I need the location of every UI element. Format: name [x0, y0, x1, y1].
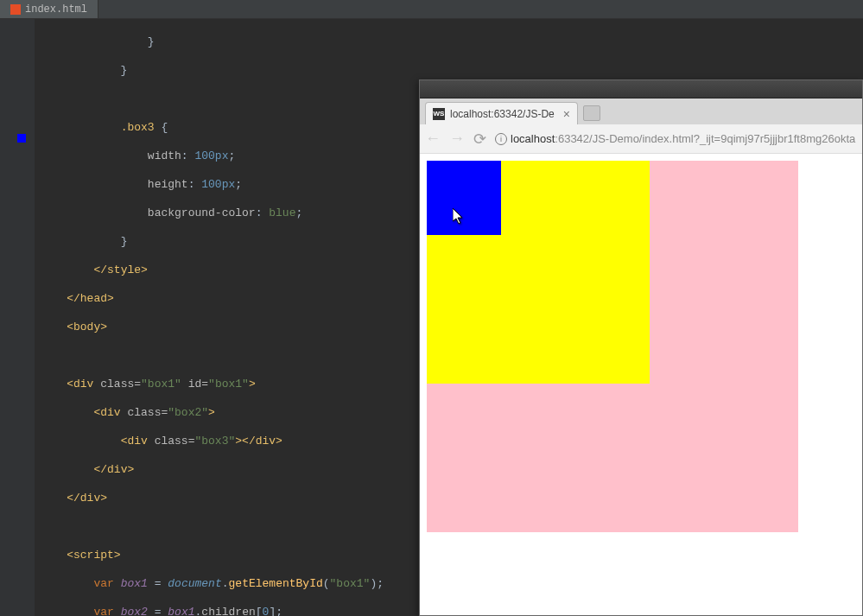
- line-number-gutter: [0, 19, 35, 616]
- demo-box2-yellow[interactable]: [427, 161, 650, 384]
- editor-tab-indexhtml[interactable]: index.html: [0, 0, 98, 18]
- editor-tab-bar: index.html: [0, 0, 863, 19]
- reload-button[interactable]: ⟳: [473, 130, 486, 149]
- browser-toolbar: ← → ⟳ i localhost:63342/JS-Demo/index.ht…: [420, 124, 862, 154]
- browser-titlebar[interactable]: [420, 80, 862, 98]
- mouse-cursor-icon: [453, 208, 465, 229]
- back-button[interactable]: ←: [425, 130, 441, 148]
- address-bar[interactable]: i localhost:63342/JS-Demo/index.html?_ij…: [495, 132, 857, 145]
- html-file-icon: [10, 4, 21, 15]
- url-host: localhost: [511, 132, 555, 145]
- browser-tab-title: localhost:63342/JS-De: [450, 108, 555, 120]
- browser-viewport[interactable]: [420, 154, 862, 615]
- css-selector: .box3: [121, 121, 155, 134]
- new-tab-button[interactable]: [583, 105, 600, 121]
- browser-tab-strip: WS localhost:63342/JS-De ×: [420, 98, 862, 124]
- url-port: :63342: [555, 132, 589, 145]
- forward-button[interactable]: →: [449, 130, 465, 148]
- gutter-breakpoint-marker[interactable]: [17, 134, 26, 143]
- tab-close-icon[interactable]: ×: [563, 107, 570, 121]
- tab-favicon-icon: WS: [433, 108, 445, 120]
- url-path: /JS-Demo/index.html?_ijt=9qimj97r5jjjbr1…: [589, 132, 855, 145]
- browser-window: WS localhost:63342/JS-De × ← → ⟳ i local…: [419, 79, 863, 616]
- site-info-icon[interactable]: i: [495, 133, 507, 145]
- demo-box3-blue[interactable]: [427, 161, 501, 235]
- browser-tab[interactable]: WS localhost:63342/JS-De ×: [425, 102, 578, 124]
- demo-box1-pink[interactable]: [427, 161, 798, 532]
- tab-filename: index.html: [25, 3, 87, 16]
